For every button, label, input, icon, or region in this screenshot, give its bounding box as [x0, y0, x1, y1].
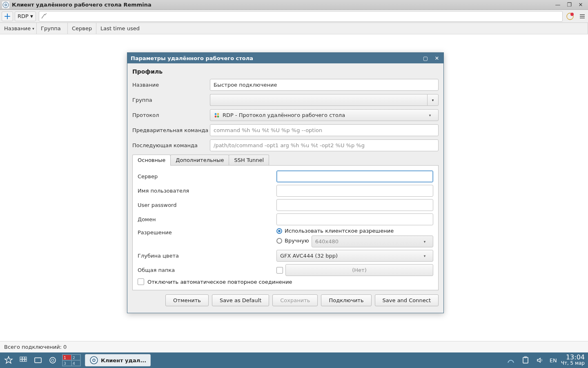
group-dropdown-button[interactable]: ▾ — [427, 94, 439, 106]
connect-icon — [41, 13, 48, 20]
label-color-depth: Глубина цвета — [138, 253, 276, 259]
col-last-used[interactable]: Last time used — [96, 23, 588, 34]
protocol-value: RDP - Протокол удалённого рабочего стола — [223, 112, 345, 118]
maximize-button[interactable]: ❐ — [566, 2, 572, 8]
shared-folder-select[interactable]: (Нет) — [285, 264, 433, 276]
profile-tabs: Основные Дополнительные SSH Tunnel — [132, 155, 439, 166]
disable-reconnect-checkbox[interactable] — [138, 278, 144, 285]
resolution-select[interactable]: 640x480 ▾ — [312, 236, 433, 247]
col-server[interactable]: Сервер — [68, 23, 96, 34]
dialog-close-button[interactable]: ✕ — [434, 55, 440, 61]
password-input[interactable] — [276, 199, 433, 211]
window-title: Клиент удалённого рабочего стола Remmina — [12, 2, 151, 8]
pager-cell-2[interactable]: 2 — [71, 355, 80, 360]
close-button[interactable]: ✕ — [577, 2, 584, 8]
label-shared-folder: Общая папка — [138, 267, 276, 273]
label-protocol: Протокол — [132, 112, 210, 118]
new-connection-button[interactable] — [2, 11, 13, 21]
clock[interactable]: 13:04 Чт, 5 мар — [561, 355, 585, 366]
app-grid-button[interactable] — [18, 355, 29, 366]
radio-unchecked-icon — [276, 238, 282, 244]
desktop-pager[interactable]: 1 2 3 4 — [62, 354, 81, 366]
connection-list-area: Параметры удалённого рабочего стола ▢ ✕ … — [0, 34, 588, 341]
username-input[interactable] — [276, 185, 433, 197]
tray-clipboard-icon[interactable] — [520, 355, 531, 366]
tray-app-icon[interactable] — [506, 355, 516, 366]
svg-rect-11 — [22, 359, 24, 361]
clock-time: 13:04 — [561, 355, 585, 360]
taskbar-app-label: Клиент удал... — [101, 357, 146, 364]
post-command-input[interactable] — [210, 139, 439, 151]
show-desktop-button[interactable] — [33, 355, 43, 366]
svg-rect-9 — [25, 357, 27, 359]
minimize-button[interactable]: — — [555, 2, 561, 8]
news-icon[interactable] — [564, 11, 576, 21]
keyboard-layout-indicator[interactable]: EN — [550, 355, 557, 366]
group-combobox[interactable]: ▾ — [210, 94, 439, 106]
resolution-client-radio[interactable]: Использовать клиентское разрешение — [276, 228, 433, 234]
color-depth-select[interactable]: GFX AVC444 (32 bpp) ▾ — [276, 250, 433, 262]
hamburger-menu-icon[interactable] — [578, 12, 586, 20]
dialog-button-bar: Отменить Save as Default Сохранить Подкл… — [132, 290, 439, 310]
save-default-button[interactable]: Save as Default — [212, 294, 269, 306]
shared-folder-checkbox[interactable] — [276, 267, 283, 274]
pager-cell-4[interactable]: 4 — [71, 360, 80, 366]
connect-button[interactable]: Подключить — [321, 294, 371, 306]
tab-basic-pane: Сервер Имя пользователя User password До… — [132, 166, 439, 290]
svg-point-0 — [3, 2, 9, 8]
label-server: Сервер — [138, 173, 276, 180]
svg-point-3 — [215, 113, 217, 115]
dialog-maximize-button[interactable]: ▢ — [422, 55, 429, 61]
svg-rect-17 — [523, 357, 528, 363]
svg-rect-10 — [20, 359, 22, 361]
svg-point-16 — [90, 357, 98, 364]
save-button: Сохранить — [272, 294, 318, 306]
remmina-icon — [2, 1, 9, 9]
col-group[interactable]: Группа — [37, 23, 68, 34]
cancel-button[interactable]: Отменить — [165, 294, 209, 306]
disable-reconnect-label: Отключить автоматическое повторное соеди… — [147, 279, 292, 285]
label-group: Группа — [132, 97, 210, 103]
server-input[interactable] — [276, 171, 433, 182]
tray-volume-icon[interactable] — [535, 355, 546, 366]
col-name[interactable]: Название▾ — [0, 23, 37, 34]
taskbar-app-remmina[interactable]: Клиент удал... — [85, 354, 151, 366]
tab-ssh[interactable]: SSH Tunnel — [229, 155, 269, 165]
clock-date: Чт, 5 мар — [561, 360, 585, 366]
tab-advanced[interactable]: Дополнительные — [170, 155, 229, 165]
status-total: Всего подключений: 0 — [4, 344, 67, 350]
system-taskbar: 1 2 3 4 Клиент удал... EN 13:04 Чт, 5 ма… — [0, 352, 588, 368]
pager-cell-3[interactable]: 3 — [62, 360, 71, 366]
svg-rect-12 — [25, 359, 27, 361]
svg-rect-7 — [20, 357, 22, 359]
label-post-command: Последующая команда — [132, 142, 210, 148]
disable-reconnect-row: Отключить автоматическое повторное соеди… — [138, 278, 433, 285]
svg-point-4 — [217, 113, 219, 115]
protocol-dropdown[interactable]: RDP - Протокол удалённого рабочего стола… — [210, 109, 439, 121]
dialog-titlebar: Параметры удалённого рабочего стола ▢ ✕ — [127, 53, 443, 63]
label-resolution: Разрешение — [138, 228, 276, 236]
domain-input[interactable] — [276, 213, 433, 225]
quick-connect-input[interactable] — [39, 11, 563, 22]
chevron-down-icon: ▾ — [420, 254, 430, 258]
label-password: User password — [138, 202, 276, 208]
status-bar: Всего подключений: 0 — [0, 341, 588, 352]
pager-cell-1[interactable]: 1 — [62, 355, 71, 360]
svg-point-2 — [570, 13, 574, 16]
chevron-down-icon: ▾ — [420, 240, 430, 244]
main-toolbar: RDP ▼ — [0, 10, 588, 23]
start-menu-button[interactable] — [3, 355, 14, 366]
tab-basic[interactable]: Основные — [132, 155, 171, 165]
quick-protocol-label: RDP — [18, 13, 29, 19]
rdp-protocol-icon — [214, 112, 220, 119]
svg-point-14 — [50, 357, 56, 363]
sort-indicator-icon: ▾ — [32, 27, 34, 31]
workspaces-button[interactable] — [47, 355, 58, 366]
pre-command-input[interactable] — [210, 124, 439, 136]
quick-protocol-dropdown[interactable]: RDP ▼ — [15, 11, 36, 21]
name-input[interactable] — [210, 79, 439, 91]
label-pre-command: Предварительная команда — [132, 127, 210, 133]
resolution-manual-radio[interactable]: Вручную — [276, 238, 309, 244]
save-connect-button[interactable]: Save and Connect — [375, 294, 439, 306]
radio-checked-icon — [276, 228, 282, 234]
